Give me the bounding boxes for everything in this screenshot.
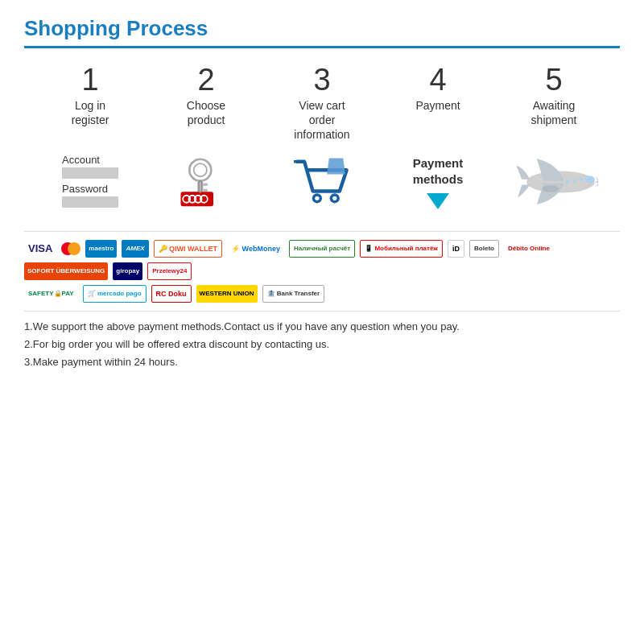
keychain-icon [170, 155, 242, 211]
payment-logos-row1: VISA maestro AMEX 🔑 QIWI WALLET ⚡ WebMon… [24, 240, 620, 280]
step-3-label: View cart order information [270, 98, 374, 142]
svg-point-20 [543, 185, 559, 192]
svg-point-19 [585, 176, 595, 183]
product-icon-cell [154, 155, 258, 211]
note-2: 2.For big order you will be offered extr… [24, 336, 620, 353]
password-label: Password [62, 183, 118, 195]
svg-point-22 [580, 178, 583, 181]
step-5: 5 Awaiting shipment [502, 64, 606, 127]
title-divider [24, 46, 620, 48]
safetypay-logo: SAFETY🔒PAY [24, 285, 78, 303]
account-input-visual [62, 167, 118, 179]
giropay-logo: giropay [113, 262, 142, 280]
cart-icon-cell [270, 155, 374, 211]
notes-section: 1.We support the above payment methods.C… [24, 311, 620, 371]
step-4: 4 Payment [386, 64, 490, 113]
svg-rect-4 [203, 188, 207, 192]
account-label: Account [62, 154, 118, 166]
debito-logo: Débito Online [504, 240, 554, 258]
step-1-number: 1 [38, 64, 142, 95]
step-3: 3 View cart order information [270, 64, 374, 142]
payment-methods-label: Payment methods [413, 155, 464, 187]
svg-marker-17 [327, 158, 345, 174]
cart-icon [290, 155, 354, 211]
mc-orange-circle [68, 242, 80, 255]
svg-rect-6 [181, 192, 214, 206]
step-5-number: 5 [502, 64, 606, 95]
step-3-number: 3 [270, 64, 374, 95]
boleto-logo: Boleto [469, 240, 499, 258]
przelewy-logo: Przelewy24 [147, 262, 192, 280]
sofort-logo: SOFORT ÜBERWEISUNG [24, 262, 108, 280]
login-form-cell: Account Password [38, 151, 142, 215]
mercado-logo: 🛒 mercado pago [83, 285, 147, 303]
svg-point-1 [194, 163, 207, 176]
step-5-label: Awaiting shipment [502, 98, 606, 127]
step-4-number: 4 [386, 64, 490, 95]
page-title: Shopping Process [24, 16, 620, 41]
western-union-logo: WESTERN UNION [196, 285, 258, 303]
step-2: 2 Choose product [154, 64, 258, 127]
step-1-label: Log in register [38, 98, 142, 127]
page: Shopping Process 1 Log in register 2 Cho… [0, 0, 644, 387]
maestro-logo: maestro [85, 240, 117, 258]
plane-icon [510, 152, 598, 213]
step-4-label: Payment [386, 98, 490, 113]
mastercard-logo [61, 240, 80, 258]
plane-icon-cell [502, 152, 606, 213]
amex-logo: AMEX [122, 240, 148, 258]
svg-point-23 [566, 180, 569, 183]
step-1: 1 Log in register [38, 64, 142, 127]
icons-row: Account Password [24, 151, 620, 215]
webmoney-logo: ⚡ WebMoney [227, 240, 284, 258]
svg-point-14 [315, 196, 319, 200]
svg-point-21 [572, 179, 576, 182]
steps-row: 1 Log in register 2 Choose product 3 Vie… [24, 64, 620, 142]
nalichny-logo: Наличный расчёт [289, 240, 355, 258]
svg-rect-3 [203, 183, 207, 186]
note-3: 3.Make payment within 24 hours. [24, 353, 620, 371]
payment-logos-section: VISA maestro AMEX 🔑 QIWI WALLET ⚡ WebMon… [24, 231, 620, 303]
mobilny-logo: 📱 Мобильный платёж [360, 240, 443, 258]
bank-transfer-logo: 🏦 Bank Transfer [262, 285, 325, 303]
password-input-visual [62, 196, 118, 208]
arrow-down-icon [427, 193, 449, 209]
step-2-number: 2 [154, 64, 258, 95]
payment-logos-row2: SAFETY🔒PAY 🛒 mercado pago RC Doku WESTER… [24, 285, 620, 303]
doku-logo: RC Doku [151, 285, 192, 303]
note-1: 1.We support the above payment methods.C… [24, 318, 620, 336]
svg-point-0 [189, 159, 211, 180]
svg-point-16 [332, 196, 336, 200]
id-logo: iD [448, 240, 464, 258]
visa-logo: VISA [24, 240, 56, 258]
qiwi-logo: 🔑 QIWI WALLET [154, 240, 223, 258]
login-form: Account Password [54, 151, 126, 215]
payment-cell: Payment methods [386, 155, 490, 209]
step-2-label: Choose product [154, 98, 258, 127]
